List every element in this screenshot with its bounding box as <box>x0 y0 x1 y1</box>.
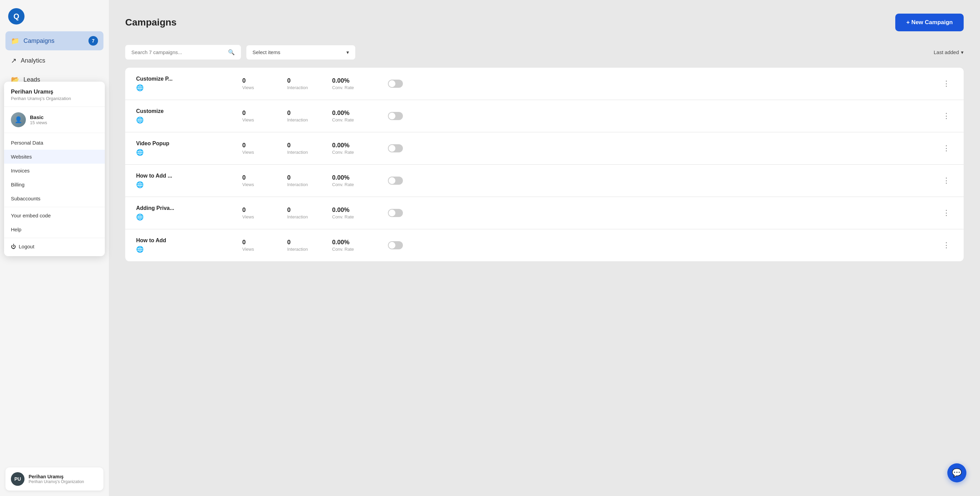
campaign-more-button[interactable]: ⋮ <box>940 175 953 186</box>
toggle-switch[interactable] <box>388 241 403 250</box>
campaign-name: Adding Priva... <box>136 205 231 211</box>
chat-button[interactable]: 💬 <box>947 463 966 482</box>
user-bar-org: Perihan Uramış's Organization <box>29 479 84 484</box>
campaign-more-button[interactable]: ⋮ <box>940 207 953 219</box>
campaign-interaction-stat: 0 Interaction <box>287 110 321 122</box>
select-items-label: Select items <box>253 49 280 55</box>
campaigns-icon: 📁 <box>11 37 19 45</box>
views-label: Views <box>242 182 254 187</box>
campaign-views-stat: 0 Views <box>242 174 276 187</box>
dropdown-user-org: Perihan Uramış's Organization <box>11 96 98 101</box>
campaign-conv-stat: 0.00% Conv. Rate <box>332 142 366 155</box>
campaign-conv-stat: 0.00% Conv. Rate <box>332 174 366 187</box>
interaction-value: 0 <box>287 207 291 214</box>
views-value: 0 <box>242 142 246 149</box>
campaign-more-button[interactable]: ⋮ <box>940 78 953 89</box>
search-icon: 🔍 <box>228 49 235 56</box>
menu-embed-code[interactable]: Your embed code <box>4 208 105 223</box>
user-bar[interactable]: PU Perihan Uramış Perihan Uramış's Organ… <box>5 467 103 491</box>
user-plan-row: 👤 Basic 15 views <box>4 107 105 133</box>
user-bar-name: Perihan Uramış <box>29 474 84 479</box>
select-items-dropdown[interactable]: Select items ▾ <box>247 45 355 60</box>
campaign-toggle[interactable] <box>388 112 403 120</box>
interaction-label: Interaction <box>287 150 308 155</box>
campaigns-badge: 7 <box>89 36 98 46</box>
toggle-switch[interactable] <box>388 209 403 217</box>
sidebar-item-analytics[interactable]: ↗ Analytics <box>5 52 103 69</box>
logout-label: Logout <box>19 243 34 250</box>
campaign-name: Customize <box>136 108 231 114</box>
chevron-down-icon: ▾ <box>347 49 349 56</box>
new-campaign-button[interactable]: + New Campaign <box>895 14 964 31</box>
sort-chevron-icon: ▾ <box>961 49 964 56</box>
menu-billing[interactable]: Billing <box>4 178 105 192</box>
campaign-name-col: Adding Priva... 🌐 <box>136 205 231 221</box>
campaign-name-col: Customize P... 🌐 <box>136 76 231 92</box>
campaign-name-col: How to Add 🌐 <box>136 237 231 253</box>
conv-rate-value: 0.00% <box>332 207 350 214</box>
plan-info: Basic 15 views <box>30 114 47 125</box>
campaign-more-button[interactable]: ⋮ <box>940 110 953 122</box>
toggle-switch[interactable] <box>388 176 403 185</box>
campaign-toggle[interactable] <box>388 241 403 250</box>
campaign-row: Customize P... 🌐 0 Views 0 Interaction 0… <box>125 68 964 100</box>
toggle-switch[interactable] <box>388 79 403 88</box>
page-title: Campaigns <box>125 17 177 28</box>
campaign-toggle[interactable] <box>388 176 403 185</box>
campaign-interaction-stat: 0 Interaction <box>287 142 321 155</box>
conv-rate-value: 0.00% <box>332 77 350 84</box>
campaign-name: How to Add ... <box>136 173 231 179</box>
analytics-icon: ↗ <box>11 56 17 65</box>
menu-help[interactable]: Help <box>4 223 105 237</box>
campaign-toggle[interactable] <box>388 79 403 88</box>
views-value: 0 <box>242 239 246 246</box>
toggle-switch[interactable] <box>388 112 403 120</box>
campaign-views-stat: 0 Views <box>242 239 276 252</box>
sidebar-nav: 📁 Campaigns 7 ↗ Analytics 📂 Leads <box>0 31 109 89</box>
campaign-views-stat: 0 Views <box>242 110 276 122</box>
globe-icon: 🌐 <box>136 246 231 253</box>
menu-logout[interactable]: ⏻ Logout <box>4 240 105 253</box>
campaign-views-stat: 0 Views <box>242 207 276 219</box>
globe-icon: 🌐 <box>136 149 231 156</box>
menu-invoices[interactable]: Invoices <box>4 164 105 178</box>
sidebar-campaigns-label: Campaigns <box>24 37 54 45</box>
menu-personal-data[interactable]: Personal Data <box>4 136 105 150</box>
search-box: 🔍 <box>125 45 241 60</box>
campaign-more-button[interactable]: ⋮ <box>940 143 953 154</box>
campaign-toggle[interactable] <box>388 209 403 217</box>
views-label: Views <box>242 246 254 252</box>
menu-subaccounts[interactable]: Subaccounts <box>4 192 105 205</box>
views-label: Views <box>242 118 254 122</box>
sidebar-item-campaigns[interactable]: 📁 Campaigns 7 <box>5 31 103 50</box>
campaign-name: How to Add <box>136 237 231 243</box>
toggle-switch[interactable] <box>388 144 403 153</box>
campaign-conv-stat: 0.00% Conv. Rate <box>332 239 366 252</box>
campaign-toggle[interactable] <box>388 144 403 153</box>
sort-control[interactable]: Last added ▾ <box>934 49 964 56</box>
sidebar-analytics-label: Analytics <box>21 57 45 64</box>
globe-icon: 🌐 <box>136 213 231 221</box>
campaign-row: Video Popup 🌐 0 Views 0 Interaction 0.00… <box>125 132 964 165</box>
interaction-value: 0 <box>287 239 291 246</box>
dropdown-divider-2 <box>4 238 105 238</box>
dropdown-divider <box>4 207 105 207</box>
menu-websites[interactable]: Websites <box>4 150 105 164</box>
dropdown-menu-items: Personal Data Websites Invoices Billing … <box>4 133 105 256</box>
campaign-interaction-stat: 0 Interaction <box>287 174 321 187</box>
campaign-more-button[interactable]: ⋮ <box>940 240 953 251</box>
app-logo[interactable]: Q <box>8 8 24 24</box>
campaign-row: How to Add 🌐 0 Views 0 Interaction 0.00%… <box>125 229 964 261</box>
campaign-name-col: Customize 🌐 <box>136 108 231 124</box>
plan-avatar: 👤 <box>11 112 26 127</box>
campaign-views-stat: 0 Views <box>242 77 276 90</box>
campaign-row: Customize 🌐 0 Views 0 Interaction 0.00% … <box>125 100 964 132</box>
campaign-interaction-stat: 0 Interaction <box>287 239 321 252</box>
plan-name: Basic <box>30 114 47 120</box>
search-input[interactable] <box>131 49 224 55</box>
conv-rate-label: Conv. Rate <box>332 85 354 90</box>
campaign-name-col: How to Add ... 🌐 <box>136 173 231 188</box>
campaign-views-stat: 0 Views <box>242 142 276 155</box>
globe-icon: 🌐 <box>136 84 231 92</box>
interaction-value: 0 <box>287 77 291 84</box>
